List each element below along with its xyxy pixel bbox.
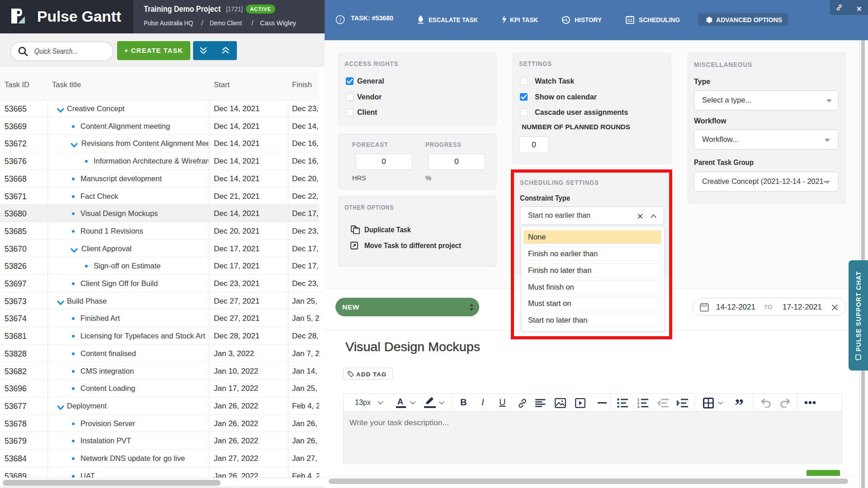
svg-text:3: 3 — [637, 405, 639, 408]
svg-text:i: i — [340, 17, 341, 23]
